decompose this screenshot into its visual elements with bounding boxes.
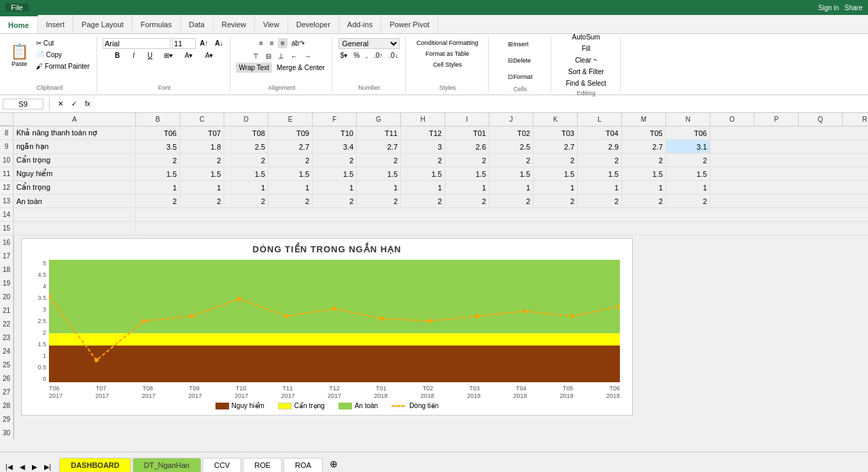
cell-D11[interactable]: 1.5 [224,167,268,180]
cell-G11[interactable]: 1.5 [357,167,401,180]
col-header-K[interactable]: K [534,113,578,126]
col-header-A[interactable]: A [14,113,136,126]
cell-I11[interactable]: 1.5 [445,167,489,180]
row-num-10[interactable]: 10 [0,154,14,167]
cell-G13[interactable]: 2 [357,195,401,207]
italic-button[interactable]: I [126,50,141,61]
cell-B13[interactable]: 2 [136,195,180,207]
cell-J12[interactable]: 1 [489,181,534,194]
percent-button[interactable]: % [351,50,362,61]
cell-M10[interactable]: 2 [622,154,666,167]
col-header-N[interactable]: N [666,113,710,126]
tab-insert[interactable]: Insert [38,15,74,33]
col-header-J[interactable]: J [489,113,534,126]
cell-M11[interactable]: 1.5 [622,167,666,180]
sort-filter-button[interactable]: Sort & Filter [563,67,608,77]
number-format-select[interactable]: General Number Currency Percentage [338,38,400,49]
col-header-O[interactable]: O [710,113,754,126]
cell-D9[interactable]: 2.5 [224,140,268,153]
cell-J10[interactable]: 2 [489,154,534,167]
decrease-font-button[interactable]: A↓ [212,38,226,48]
col-header-D[interactable]: D [224,113,268,126]
cell-I13[interactable]: 2 [445,195,489,207]
cell-E12[interactable]: 1 [268,181,313,194]
bold-button[interactable]: B [110,50,125,61]
col-header-B[interactable]: B [136,113,180,126]
cell-B11[interactable]: 1.5 [136,167,180,180]
cell-N12[interactable]: 1 [666,181,710,194]
delete-button[interactable]: ⊟ Delete [504,53,536,68]
cell-F13[interactable]: 2 [313,195,357,207]
file-menu[interactable]: File [5,3,29,12]
cell-K12[interactable]: 1 [534,181,578,194]
align-left-button[interactable]: ≡ [256,38,266,48]
cell-H11[interactable]: 1.5 [401,167,445,180]
row-num-19[interactable]: 19 [0,276,14,290]
row-num-23[interactable]: 23 [0,331,14,344]
row-num-28[interactable]: 28 [0,399,14,412]
cell-E8[interactable]: T09 [268,127,313,139]
wrap-text-button[interactable]: Wrap Text [236,63,272,73]
cell-H9[interactable]: 3 [401,140,445,153]
cell-J8[interactable]: T02 [489,127,534,139]
format-as-table-button[interactable]: Format as Table [414,49,481,58]
tab-nav-first[interactable]: |◀ [3,462,16,472]
row-num-20[interactable]: 20 [0,290,14,303]
cut-button[interactable]: ✂ Cut [33,38,92,48]
col-header-I[interactable]: I [445,113,489,126]
cell-B8[interactable]: T06 [136,127,180,139]
cell-C8[interactable]: T07 [180,127,224,139]
cell-N13[interactable]: 2 [666,195,710,207]
cell-M12[interactable]: 1 [622,181,666,194]
row-num-21[interactable]: 21 [0,303,14,317]
tab-home[interactable]: Home [0,15,38,33]
increase-font-button[interactable]: A↑ [197,38,211,48]
cell-F8[interactable]: T10 [313,127,357,139]
tab-view[interactable]: View [255,15,288,33]
cell-H13[interactable]: 2 [401,195,445,207]
insert-button[interactable]: ⊞ Insert [504,37,536,52]
cell-G12[interactable]: 1 [357,181,401,194]
share-btn[interactable]: Share [844,4,863,12]
cell-D13[interactable]: 2 [224,195,268,207]
insert-function-button[interactable]: fx [82,99,93,109]
indent-increase-button[interactable]: → [302,51,314,61]
tab-dt-nganhan[interactable]: DT_NganHan [133,458,201,472]
align-top-button[interactable]: ⊤ [250,51,262,61]
cell-J13[interactable]: 2 [489,195,534,207]
cell-K11[interactable]: 1.5 [534,167,578,180]
cell-N10[interactable]: 2 [666,154,710,167]
cell-D8[interactable]: T08 [224,127,268,139]
cell-A10[interactable]: Cẩn trọng [14,154,136,167]
row-num-15[interactable]: 15 [0,222,14,235]
tab-nav-last[interactable]: ▶| [41,462,54,472]
decimal-increase-button[interactable]: .0↑ [371,50,385,61]
row-num-9[interactable]: 9 [0,140,14,153]
row-num-13[interactable]: 13 [0,195,14,207]
row-num-17[interactable]: 17 [0,249,14,263]
cell-L13[interactable]: 2 [578,195,622,207]
col-header-L[interactable]: L [578,113,622,126]
row-num-8[interactable]: 8 [0,127,14,139]
confirm-button[interactable]: ✓ [69,99,80,109]
cell-N11[interactable]: 1.5 [666,167,710,180]
cell-I9[interactable]: 2.6 [445,140,489,153]
cell-E9[interactable]: 2.7 [268,140,313,153]
fill-color-button[interactable]: A▾ [179,50,198,61]
cell-M9[interactable]: 2.7 [622,140,666,153]
cell-B12[interactable]: 1 [136,181,180,194]
cell-I10[interactable]: 2 [445,154,489,167]
row-num-14[interactable]: 14 [0,208,14,221]
col-header-R[interactable]: R [843,113,868,126]
cell-B9[interactable]: 3.5 [136,140,180,153]
cell-B10[interactable]: 2 [136,154,180,167]
tab-roe[interactable]: ROE [243,458,282,472]
cell-F9[interactable]: 3.4 [313,140,357,153]
add-sheet-button[interactable]: ⊕ [324,456,343,472]
cell-N8[interactable]: T06 [666,127,710,139]
fill-button[interactable]: Fill [563,44,608,54]
row-num-25[interactable]: 25 [0,358,14,371]
cell-D12[interactable]: 1 [224,181,268,194]
cell-E13[interactable]: 2 [268,195,313,207]
cell-A9[interactable]: ngắn hạn [14,140,136,153]
